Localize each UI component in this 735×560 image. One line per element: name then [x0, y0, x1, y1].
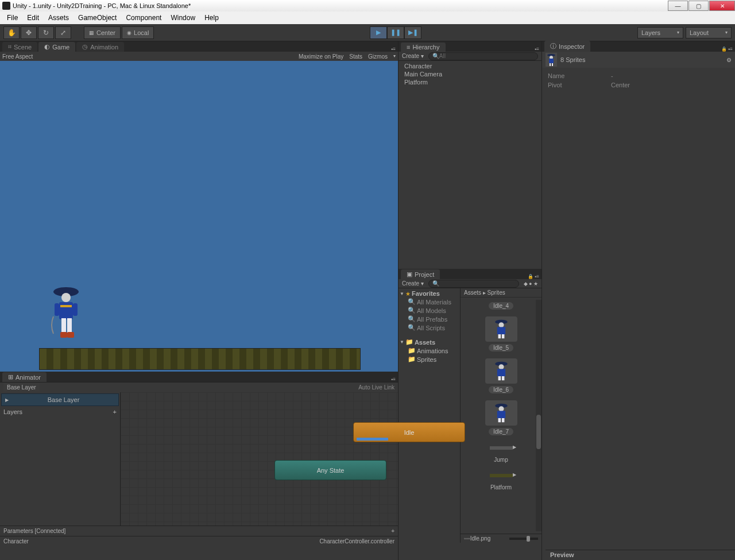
move-tool-button[interactable]: ✥: [21, 26, 37, 39]
auto-live-link-toggle[interactable]: Auto Live Link: [358, 384, 394, 391]
menu-assets[interactable]: Assets: [44, 14, 74, 22]
state-node-any[interactable]: Any State: [274, 460, 386, 480]
add-layer-button[interactable]: +: [113, 408, 117, 415]
close-button[interactable]: ✕: [709, 1, 735, 11]
folder-icon: 📁: [408, 356, 416, 363]
menu-window[interactable]: Window: [166, 14, 200, 22]
game-icon: ◐: [44, 43, 50, 51]
thumbnail-size-slider[interactable]: [509, 538, 538, 540]
layout-dropdown[interactable]: Layout: [686, 27, 732, 38]
sprite-asset-icon: [546, 53, 557, 67]
svg-point-12: [498, 322, 504, 327]
add-parameter-button[interactable]: +: [391, 528, 394, 534]
gizmos-dropdown[interactable]: Gizmos: [368, 53, 388, 60]
project-footer-filename: ◦◦◦Idle.png: [464, 535, 490, 542]
project-tabs: ▣Project 🔒 ▪≡: [399, 269, 541, 279]
scale-tool-button[interactable]: ⤢: [55, 26, 71, 39]
tab-hierarchy[interactable]: ≡Hierarchy: [401, 43, 446, 52]
inspector-icon: ⓘ: [550, 42, 556, 51]
animator-footer-object: Character: [3, 538, 29, 544]
folder-icon: 📁: [405, 338, 413, 346]
inspector-title: 8 Sprites: [560, 56, 585, 63]
panel-options-icon[interactable]: 🔒 ▪≡: [721, 47, 733, 52]
svg-rect-29: [550, 63, 551, 66]
menu-component[interactable]: Component: [121, 14, 166, 22]
tab-animator[interactable]: ⊞Animator: [2, 372, 47, 382]
animator-breadcrumb[interactable]: Base Layer: [3, 383, 40, 392]
rotate-tool-button[interactable]: ↻: [38, 26, 54, 39]
hierarchy-create-dropdown[interactable]: Create ▾: [402, 53, 424, 59]
menu-gameobject[interactable]: GameObject: [74, 14, 121, 22]
favorites-folder[interactable]: ▼★Favorites: [399, 289, 460, 298]
svg-rect-15: [501, 334, 504, 338]
layers-dropdown[interactable]: Layers: [637, 27, 683, 38]
step-button[interactable]: ▶❚: [404, 26, 421, 39]
project-create-dropdown[interactable]: Create ▾: [402, 280, 424, 287]
panel-options-icon[interactable]: ▪≡: [391, 47, 396, 52]
scrollbar[interactable]: [536, 300, 541, 531]
svg-rect-25: [501, 418, 504, 422]
filter-all-prefabs[interactable]: 🔍All Prefabs: [399, 315, 460, 323]
project-search-input[interactable]: 🔍: [428, 280, 519, 288]
sprite-idle-5[interactable]: Idle_5: [481, 316, 521, 352]
prop-name-value: -: [611, 72, 613, 79]
project-breadcrumb[interactable]: Assets ▸ Sprites: [461, 288, 541, 298]
animator-graph[interactable]: Idle Any State: [121, 392, 398, 526]
animation-icon: ◷: [82, 43, 88, 51]
layer-base[interactable]: ▶Base Layer: [1, 393, 119, 406]
hierarchy-search-input[interactable]: 🔍All: [428, 52, 538, 60]
svg-rect-14: [498, 334, 501, 338]
platform-sprite: [39, 348, 361, 370]
maximize-button[interactable]: ▢: [688, 1, 709, 11]
preview-panel-header[interactable]: Preview: [546, 550, 735, 560]
gear-icon[interactable]: ⚙: [726, 57, 732, 63]
stats-toggle[interactable]: Stats: [349, 53, 362, 60]
tab-project[interactable]: ▣Project: [401, 269, 440, 279]
aspect-dropdown[interactable]: Free Aspect: [2, 53, 33, 60]
svg-point-22: [498, 406, 504, 411]
sprite-idle-6[interactable]: Idle_6: [481, 358, 521, 393]
sprite-jump[interactable]: ▶ Jump: [481, 442, 521, 463]
panel-options-icon[interactable]: 🔒 ▪≡: [528, 274, 539, 279]
svg-point-2: [61, 293, 71, 302]
panel-options-icon[interactable]: ▪≡: [535, 47, 539, 52]
maximize-on-play-toggle[interactable]: Maximize on Play: [299, 53, 343, 60]
sprites-folder[interactable]: 📁Sprites: [399, 355, 460, 364]
tab-inspector[interactable]: ⓘInspector: [544, 41, 590, 52]
parameters-label[interactable]: Parameters [Connected]: [3, 528, 65, 534]
hierarchy-item-platform[interactable]: Platform: [404, 78, 536, 86]
svg-rect-6: [73, 303, 78, 316]
svg-point-17: [498, 364, 504, 369]
scene-icon: ⌗: [8, 43, 11, 51]
hierarchy-item-character[interactable]: Character: [404, 62, 536, 70]
sprite-platform[interactable]: ▶ Platform: [481, 470, 521, 491]
hand-tool-button[interactable]: ✋: [3, 26, 20, 39]
assets-folder[interactable]: ▼📁Assets: [399, 338, 460, 346]
prop-name-label: Name: [548, 72, 611, 79]
tab-game[interactable]: ◐Game: [38, 42, 75, 52]
menu-help[interactable]: Help: [200, 14, 223, 22]
project-filter-icon[interactable]: ◆ ● ★: [524, 281, 538, 287]
prop-pivot-label: Pivot: [548, 82, 611, 88]
play-button[interactable]: ▶: [370, 26, 387, 39]
rotation-mode-button[interactable]: ◉Local: [122, 26, 154, 39]
tab-animation[interactable]: ◷Animation: [76, 42, 124, 52]
pivot-mode-button[interactable]: ▦Center: [84, 26, 121, 39]
menu-edit[interactable]: Edit: [22, 14, 44, 22]
folder-icon: 📁: [408, 347, 416, 354]
panel-options-icon[interactable]: ▪≡: [391, 377, 396, 382]
sprite-idle-4[interactable]: Idle_4: [481, 302, 521, 310]
filter-all-models[interactable]: 🔍All Models: [399, 306, 460, 315]
tab-scene[interactable]: ⌗Scene: [2, 42, 37, 52]
pause-button[interactable]: ❚❚: [387, 26, 404, 39]
sprite-idle-7[interactable]: Idle_7: [481, 400, 521, 435]
filter-all-materials[interactable]: 🔍All Materials: [399, 298, 460, 306]
state-node-idle[interactable]: Idle: [353, 422, 465, 442]
animations-folder[interactable]: 📁Animations: [399, 346, 460, 355]
filter-all-scripts[interactable]: 🔍All Scripts: [399, 323, 460, 332]
inspector-tabs: ⓘInspector 🔒 ▪≡: [542, 41, 735, 52]
svg-rect-24: [498, 418, 501, 422]
minimize-button[interactable]: —: [668, 1, 688, 11]
menu-file[interactable]: File: [2, 14, 22, 22]
hierarchy-item-main-camera[interactable]: Main Camera: [404, 70, 536, 78]
